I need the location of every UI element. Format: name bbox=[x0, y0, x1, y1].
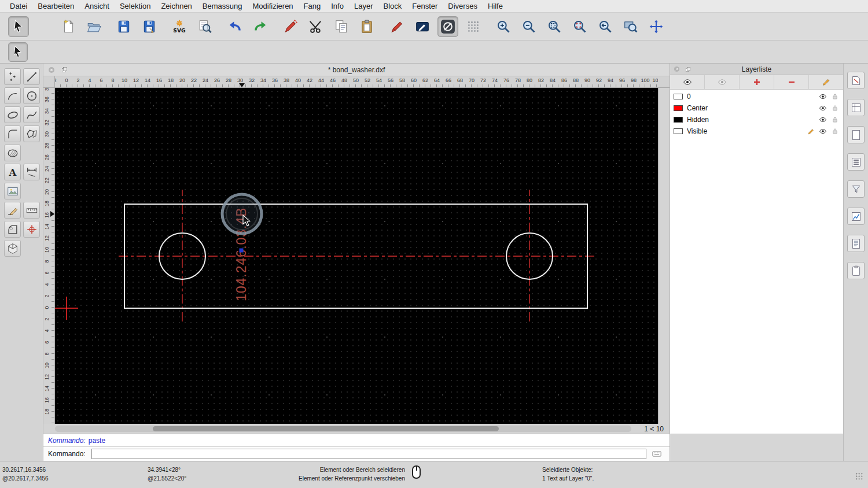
zoom-selection-button[interactable] bbox=[569, 16, 590, 37]
open-drawing-button[interactable] bbox=[83, 16, 104, 37]
edit-layer-button[interactable] bbox=[809, 75, 843, 89]
menu-layer[interactable]: Layer bbox=[349, 0, 378, 12]
layer-visibility-toggle[interactable] bbox=[818, 115, 827, 124]
relative-coordinates: @20.2617,7.3456 bbox=[2, 474, 148, 483]
copy-button[interactable] bbox=[331, 16, 352, 37]
zoom-out-button[interactable] bbox=[518, 16, 539, 37]
layer-visibility-toggle[interactable] bbox=[818, 103, 827, 113]
redo-button[interactable] bbox=[250, 16, 271, 37]
undo-button[interactable] bbox=[225, 16, 245, 37]
select-button[interactable] bbox=[8, 16, 29, 37]
select-tool-button[interactable] bbox=[8, 42, 28, 62]
cut-button[interactable] bbox=[306, 16, 326, 37]
svg-export-button[interactable]: SVG bbox=[169, 16, 190, 37]
tool-hatch-button[interactable] bbox=[4, 145, 21, 161]
dock-clipboard-button[interactable] bbox=[847, 262, 865, 279]
tool-corner-button[interactable] bbox=[4, 125, 21, 142]
menu-bearbeiten[interactable]: Bearbeiten bbox=[32, 0, 79, 12]
ruler-label: 76 bbox=[501, 77, 512, 83]
layer-row-hidden[interactable]: Hidden bbox=[670, 114, 843, 125]
scrollbar-thumb[interactable] bbox=[153, 426, 499, 431]
toggle-selected-visibility-button[interactable] bbox=[705, 75, 740, 89]
menu-modifizieren[interactable]: Modifizieren bbox=[248, 0, 299, 12]
toggle-all-visibility-button[interactable] bbox=[670, 75, 705, 89]
dock-command-history-button[interactable] bbox=[847, 235, 865, 252]
tool-solid-button[interactable] bbox=[4, 240, 21, 257]
save-as-button[interactable] bbox=[139, 16, 160, 37]
zoom-previous-button[interactable] bbox=[595, 16, 616, 37]
layer-panel-header: Layerliste bbox=[670, 64, 843, 75]
dock-blocks-button[interactable] bbox=[847, 99, 865, 116]
menu-block[interactable]: Block bbox=[378, 0, 407, 12]
print-preview-button[interactable] bbox=[194, 16, 215, 37]
layer-row-0[interactable]: 0 bbox=[670, 91, 843, 102]
menu-bemassung[interactable]: Bemassung bbox=[197, 0, 248, 12]
float-panel-icon[interactable] bbox=[683, 65, 692, 73]
ruler-label: 66 bbox=[443, 77, 454, 83]
dock-sheet-button[interactable] bbox=[847, 126, 865, 143]
keyboard-icon[interactable] bbox=[652, 449, 661, 459]
menu-datei[interactable]: Datei bbox=[5, 0, 32, 12]
menu-zeichnen[interactable]: Zeichnen bbox=[156, 0, 197, 12]
layer-lock-toggle[interactable] bbox=[830, 115, 840, 124]
menu-ansicht[interactable]: Ansicht bbox=[79, 0, 115, 12]
tool-circle-button[interactable] bbox=[23, 87, 40, 104]
tool-snap-button[interactable] bbox=[23, 221, 40, 238]
tool-line-button[interactable] bbox=[23, 68, 40, 85]
tool-image-button[interactable] bbox=[4, 183, 21, 199]
menu-diverses[interactable]: Diverses bbox=[443, 0, 483, 12]
new-drawing-button[interactable] bbox=[58, 16, 79, 37]
ruler-label: 14 bbox=[44, 222, 50, 231]
tool-polygon-button[interactable] bbox=[23, 125, 40, 142]
zoom-in-button[interactable] bbox=[493, 16, 514, 37]
ruler-label: 68 bbox=[455, 77, 465, 83]
layer-lock-toggle[interactable] bbox=[830, 127, 840, 136]
layer-row-center[interactable]: Center bbox=[670, 102, 843, 114]
tool-measure-button[interactable] bbox=[23, 202, 40, 219]
tool-text-button[interactable]: A bbox=[4, 164, 21, 180]
menu-selektion[interactable]: Selektion bbox=[115, 0, 156, 12]
grid-toggle-button[interactable] bbox=[463, 16, 484, 37]
layer-visibility-toggle[interactable] bbox=[818, 127, 827, 136]
edit-attributes-button[interactable] bbox=[412, 16, 433, 37]
dock-filter-button[interactable] bbox=[847, 180, 865, 198]
tool-ellipse-button[interactable] bbox=[4, 106, 21, 123]
remove-layer-button[interactable] bbox=[774, 75, 809, 89]
tool-arc-button[interactable] bbox=[4, 87, 21, 104]
dock-chart-button[interactable] bbox=[847, 208, 865, 225]
tool-points-button[interactable] bbox=[4, 68, 21, 85]
delete-entities-button[interactable] bbox=[280, 16, 301, 37]
zoom-auto-button[interactable] bbox=[544, 16, 565, 37]
eye-icon bbox=[819, 127, 827, 135]
horizontal-scrollbar[interactable] bbox=[55, 426, 631, 432]
save-button[interactable] bbox=[113, 16, 134, 37]
drawing-canvas[interactable]: 104.246.03.4B bbox=[55, 88, 658, 424]
menu-fang[interactable]: Fang bbox=[299, 0, 326, 12]
erase-icon bbox=[283, 19, 298, 34]
close-drawing-icon[interactable] bbox=[47, 65, 56, 75]
vertical-scroll-area[interactable] bbox=[658, 88, 670, 424]
menu-hilfe[interactable]: Hilfe bbox=[483, 0, 508, 12]
layer-visibility-toggle[interactable] bbox=[818, 92, 827, 101]
close-panel-icon[interactable] bbox=[672, 65, 681, 73]
layer-row-visible[interactable]: Visible bbox=[670, 125, 843, 137]
draw-pen-button[interactable] bbox=[387, 16, 407, 37]
tool-fillet-button[interactable] bbox=[4, 221, 21, 238]
layer-lock-toggle[interactable] bbox=[830, 103, 840, 113]
zoom-window-button[interactable] bbox=[620, 16, 641, 37]
ruler-label: 8 bbox=[44, 349, 50, 358]
empty-selection-button[interactable] bbox=[437, 16, 458, 37]
pan-button[interactable] bbox=[646, 16, 667, 37]
tool-modify-button[interactable] bbox=[4, 202, 21, 219]
paste-button[interactable] bbox=[356, 16, 377, 37]
menu-fenster[interactable]: Fenster bbox=[407, 0, 443, 12]
undock-view-icon[interactable] bbox=[60, 65, 69, 75]
tool-dimension-button[interactable] bbox=[23, 164, 40, 180]
dock-views-button[interactable] bbox=[847, 72, 865, 89]
layer-lock-toggle[interactable] bbox=[830, 92, 840, 101]
add-layer-button[interactable] bbox=[740, 75, 774, 89]
dock-layer-list-button[interactable] bbox=[847, 153, 865, 171]
tool-spline-button[interactable] bbox=[23, 106, 40, 123]
command-input[interactable] bbox=[91, 449, 646, 459]
menu-info[interactable]: Info bbox=[326, 0, 349, 12]
